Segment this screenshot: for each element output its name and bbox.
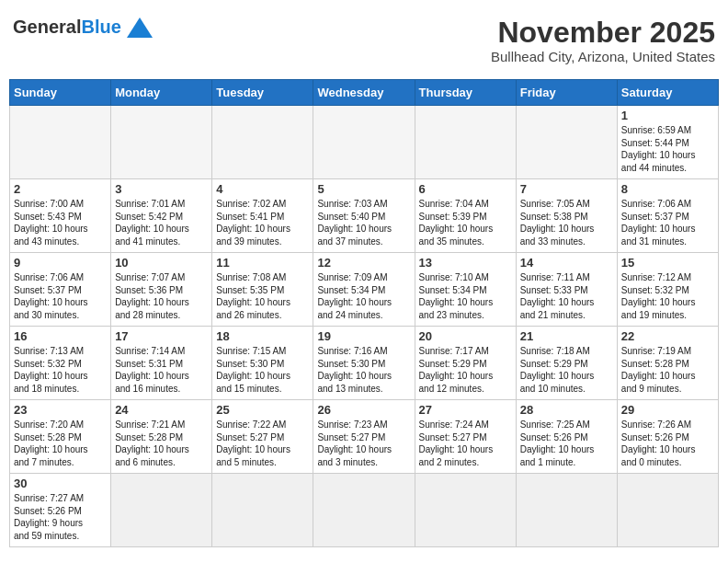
calendar-cell: 15Sunrise: 7:12 AM Sunset: 5:32 PM Dayli… [617,253,718,327]
header-saturday: Saturday [617,80,718,106]
day-info: Sunrise: 7:17 AM Sunset: 5:29 PM Dayligh… [419,345,512,395]
day-number: 17 [115,329,208,343]
day-info: Sunrise: 7:12 AM Sunset: 5:32 PM Dayligh… [621,271,714,321]
calendar-cell: 20Sunrise: 7:17 AM Sunset: 5:29 PM Dayli… [415,327,516,400]
calendar-week-3: 9Sunrise: 7:06 AM Sunset: 5:37 PM Daylig… [10,253,719,327]
title-area: November 2025 Bullhead City, Arizona, Un… [491,17,715,64]
day-number: 10 [115,256,208,270]
day-info: Sunrise: 7:06 AM Sunset: 5:37 PM Dayligh… [621,198,714,247]
calendar-week-5: 23Sunrise: 7:20 AM Sunset: 5:28 PM Dayli… [10,400,719,474]
day-number: 1 [621,109,714,122]
day-info: Sunrise: 7:11 AM Sunset: 5:33 PM Dayligh… [520,271,613,321]
calendar-cell: 10Sunrise: 7:07 AM Sunset: 5:36 PM Dayli… [111,253,212,327]
day-number: 26 [317,403,410,417]
calendar-week-2: 2Sunrise: 7:00 AM Sunset: 5:43 PM Daylig… [10,179,719,253]
calendar-cell: 30Sunrise: 7:27 AM Sunset: 5:26 PM Dayli… [10,474,111,547]
day-number: 13 [419,256,512,270]
day-number: 22 [621,329,714,343]
day-number: 25 [216,403,309,417]
calendar-cell [111,106,212,179]
calendar-cell: 19Sunrise: 7:16 AM Sunset: 5:30 PM Dayli… [313,327,415,400]
day-number: 4 [216,182,309,196]
day-number: 6 [419,182,512,196]
calendar-cell [617,474,718,547]
day-info: Sunrise: 7:02 AM Sunset: 5:41 PM Dayligh… [216,198,309,247]
day-info: Sunrise: 7:01 AM Sunset: 5:42 PM Dayligh… [115,198,208,247]
calendar-cell: 3Sunrise: 7:01 AM Sunset: 5:42 PM Daylig… [111,179,212,253]
calendar-cell: 2Sunrise: 7:00 AM Sunset: 5:43 PM Daylig… [10,179,111,253]
day-number: 20 [419,329,512,343]
header-monday: Monday [111,80,212,106]
calendar-cell: 29Sunrise: 7:26 AM Sunset: 5:26 PM Dayli… [617,400,718,474]
calendar-cell: 14Sunrise: 7:11 AM Sunset: 5:33 PM Dayli… [516,253,617,327]
logo-triangle [127,17,153,38]
calendar-cell [212,106,313,179]
calendar-cell: 17Sunrise: 7:14 AM Sunset: 5:31 PM Dayli… [111,327,212,400]
calendar-cell [516,474,617,547]
calendar-cell [415,474,516,547]
day-info: Sunrise: 7:04 AM Sunset: 5:39 PM Dayligh… [419,198,512,247]
calendar-cell: 4Sunrise: 7:02 AM Sunset: 5:41 PM Daylig… [212,179,313,253]
calendar-cell: 6Sunrise: 7:04 AM Sunset: 5:39 PM Daylig… [415,179,516,253]
calendar-table: Sunday Monday Tuesday Wednesday Thursday… [9,79,719,547]
calendar-week-6: 30Sunrise: 7:27 AM Sunset: 5:26 PM Dayli… [10,474,719,547]
day-number: 5 [317,182,410,196]
calendar-cell: 28Sunrise: 7:25 AM Sunset: 5:26 PM Dayli… [516,400,617,474]
calendar-cell [516,106,617,179]
day-info: Sunrise: 7:00 AM Sunset: 5:43 PM Dayligh… [14,198,107,247]
calendar-cell: 12Sunrise: 7:09 AM Sunset: 5:34 PM Dayli… [313,253,415,327]
calendar-cell [313,474,415,547]
day-info: Sunrise: 7:05 AM Sunset: 5:38 PM Dayligh… [520,198,613,247]
calendar-cell [415,106,516,179]
day-info: Sunrise: 7:22 AM Sunset: 5:27 PM Dayligh… [216,419,309,468]
calendar-cell: 21Sunrise: 7:18 AM Sunset: 5:29 PM Dayli… [516,327,617,400]
day-info: Sunrise: 7:21 AM Sunset: 5:28 PM Dayligh… [115,419,208,468]
calendar-cell: 13Sunrise: 7:10 AM Sunset: 5:34 PM Dayli… [415,253,516,327]
calendar-cell: 5Sunrise: 7:03 AM Sunset: 5:40 PM Daylig… [313,179,415,253]
day-info: Sunrise: 7:16 AM Sunset: 5:30 PM Dayligh… [317,345,410,395]
day-info: Sunrise: 7:15 AM Sunset: 5:30 PM Dayligh… [216,345,309,395]
location-subtitle: Bullhead City, Arizona, United States [491,49,715,64]
day-info: Sunrise: 7:19 AM Sunset: 5:28 PM Dayligh… [621,345,714,395]
day-info: Sunrise: 7:06 AM Sunset: 5:37 PM Dayligh… [14,271,107,321]
day-number: 21 [520,329,613,343]
weekday-header-row: Sunday Monday Tuesday Wednesday Thursday… [10,80,719,106]
calendar-cell: 27Sunrise: 7:24 AM Sunset: 5:27 PM Dayli… [415,400,516,474]
header-thursday: Thursday [415,80,516,106]
logo-icon [127,17,153,38]
calendar-cell: 25Sunrise: 7:22 AM Sunset: 5:27 PM Dayli… [212,400,313,474]
calendar-cell: 18Sunrise: 7:15 AM Sunset: 5:30 PM Dayli… [212,327,313,400]
day-number: 9 [14,256,107,270]
calendar-cell [313,106,415,179]
day-info: Sunrise: 7:27 AM Sunset: 5:26 PM Dayligh… [14,492,107,542]
logo-wordmark: GeneralBlue [13,17,121,38]
calendar-cell: 26Sunrise: 7:23 AM Sunset: 5:27 PM Dayli… [313,400,415,474]
day-info: Sunrise: 7:07 AM Sunset: 5:36 PM Dayligh… [115,271,208,321]
page-header: GeneralBlue November 2025 Bullhead City,… [9,9,719,72]
day-info: Sunrise: 7:24 AM Sunset: 5:27 PM Dayligh… [419,419,512,468]
calendar-cell: 1Sunrise: 6:59 AM Sunset: 5:44 PM Daylig… [617,106,718,179]
day-number: 2 [14,182,107,196]
day-info: Sunrise: 7:09 AM Sunset: 5:34 PM Dayligh… [317,271,410,321]
day-number: 27 [419,403,512,417]
calendar-week-4: 16Sunrise: 7:13 AM Sunset: 5:32 PM Dayli… [10,327,719,400]
day-number: 18 [216,329,309,343]
day-number: 16 [14,329,107,343]
logo-general: General [13,17,81,37]
calendar-cell: 8Sunrise: 7:06 AM Sunset: 5:37 PM Daylig… [617,179,718,253]
header-tuesday: Tuesday [212,80,313,106]
calendar-cell: 23Sunrise: 7:20 AM Sunset: 5:28 PM Dayli… [10,400,111,474]
day-info: Sunrise: 7:25 AM Sunset: 5:26 PM Dayligh… [520,419,613,468]
day-info: Sunrise: 7:10 AM Sunset: 5:34 PM Dayligh… [419,271,512,321]
day-number: 24 [115,403,208,417]
month-title: November 2025 [491,17,715,49]
day-number: 11 [216,256,309,270]
header-friday: Friday [516,80,617,106]
calendar-cell: 24Sunrise: 7:21 AM Sunset: 5:28 PM Dayli… [111,400,212,474]
day-number: 28 [520,403,613,417]
calendar-cell: 11Sunrise: 7:08 AM Sunset: 5:35 PM Dayli… [212,253,313,327]
logo-blue: Blue [81,17,120,37]
day-info: Sunrise: 7:08 AM Sunset: 5:35 PM Dayligh… [216,271,309,321]
day-info: Sunrise: 7:14 AM Sunset: 5:31 PM Dayligh… [115,345,208,395]
calendar-cell: 7Sunrise: 7:05 AM Sunset: 5:38 PM Daylig… [516,179,617,253]
